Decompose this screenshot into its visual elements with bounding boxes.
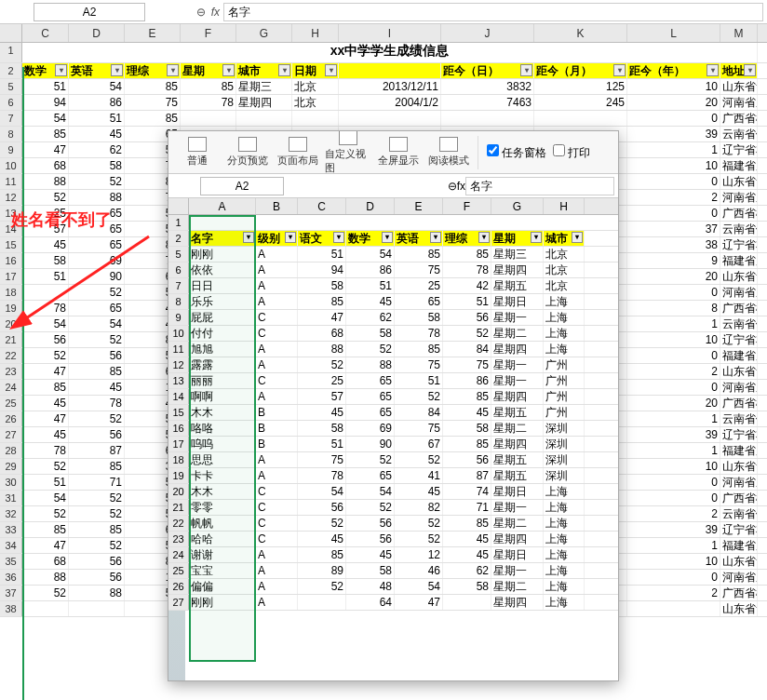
cell[interactable]: 39 [627, 427, 720, 442]
win2-col-header-H[interactable]: H [544, 198, 585, 214]
filter-dropdown-icon[interactable]: ▾ [111, 64, 123, 76]
cell[interactable]: A [256, 357, 298, 372]
cell[interactable]: 65 [346, 389, 395, 404]
row-number[interactable]: 7 [0, 111, 22, 126]
cell[interactable]: 咯咯 [189, 421, 256, 436]
cell[interactable]: B [256, 421, 298, 436]
cell[interactable]: 山东省青岛市 [720, 269, 758, 284]
filter-dropdown-icon[interactable]: ▾ [278, 64, 290, 76]
cell[interactable]: 福建省厦门市 [720, 253, 758, 268]
cell[interactable]: 47 [22, 142, 69, 157]
cell[interactable]: 10 [627, 554, 720, 569]
cell[interactable]: 星期二 [491, 326, 544, 341]
row-number[interactable]: 18 [168, 452, 189, 467]
cell[interactable]: 56 [69, 348, 125, 363]
cell[interactable]: 星期日 [491, 484, 544, 499]
cell[interactable]: 星期一 [491, 357, 544, 372]
filter-dropdown-icon[interactable]: ▾ [531, 232, 542, 243]
filter-header[interactable]: 数学▾ [22, 63, 69, 78]
cell[interactable]: 52 [22, 506, 69, 521]
cell[interactable] [443, 595, 491, 610]
cell[interactable]: 7463 [441, 95, 534, 110]
cell[interactable]: 57 [298, 389, 346, 404]
win2-col-headers[interactable]: ABCDEFGH [168, 198, 618, 215]
cell[interactable]: 0 [627, 206, 720, 221]
col-header-F[interactable]: F [181, 24, 236, 42]
cell[interactable]: 星期日 [491, 547, 544, 562]
filter-dropdown-icon[interactable]: ▾ [744, 64, 756, 76]
cell[interactable]: 85 [22, 380, 69, 395]
win2-filter-header[interactable]: 星期▾ [491, 231, 544, 246]
cell[interactable]: C [256, 516, 298, 531]
cell[interactable]: 47 [395, 595, 443, 610]
cell[interactable]: C [256, 532, 298, 546]
col-headers[interactable]: CDEFGHIJKLM [0, 24, 767, 43]
cell[interactable]: 85 [443, 389, 491, 404]
cell[interactable]: 56 [69, 554, 125, 569]
cell[interactable]: 上海 [544, 516, 585, 531]
cell[interactable]: 52 [69, 411, 125, 426]
cell[interactable]: 54 [395, 579, 443, 594]
cell[interactable]: 94 [298, 262, 346, 277]
row-number[interactable]: 19 [168, 468, 189, 483]
cell[interactable]: C [256, 500, 298, 515]
cell[interactable]: 58 [298, 421, 346, 436]
cell[interactable]: 星期四 [491, 389, 544, 404]
cell[interactable]: A [256, 547, 298, 562]
cell[interactable]: 46 [395, 563, 443, 578]
win2-col-header-B[interactable]: B [256, 198, 298, 214]
cell[interactable]: 0 [627, 285, 720, 300]
cell[interactable]: 深圳 [544, 452, 585, 467]
cell[interactable]: 星期五 [491, 278, 544, 293]
row-number[interactable]: 22 [168, 516, 189, 531]
cell[interactable]: C [256, 373, 298, 388]
cell[interactable]: 云南省保山市 [720, 222, 758, 236]
cell[interactable]: 星期五 [491, 452, 544, 467]
cell[interactable]: 52 [443, 326, 491, 341]
filter-header[interactable]: 日期▾ [292, 63, 339, 78]
cell[interactable]: 0 [627, 475, 720, 490]
cell[interactable]: 84 [395, 405, 443, 420]
row-number[interactable]: 34 [0, 538, 22, 553]
filter-header[interactable]: 星期▾ [181, 63, 236, 78]
cell[interactable]: 上海 [544, 532, 585, 546]
row-number[interactable]: 11 [0, 174, 22, 189]
row-number[interactable]: 22 [0, 348, 22, 363]
row-number[interactable]: 12 [0, 190, 22, 205]
cell[interactable]: 86 [69, 95, 125, 110]
cell[interactable] [181, 111, 236, 126]
row-number[interactable]: 8 [0, 127, 22, 141]
cell[interactable]: 51 [298, 437, 346, 451]
cell[interactable]: 88 [22, 570, 69, 585]
cell[interactable]: 85 [298, 547, 346, 562]
cell[interactable]: A [256, 452, 298, 467]
row-number[interactable]: 10 [0, 158, 22, 173]
cell[interactable]: 星期三 [236, 79, 292, 94]
win2-col-header-A[interactable]: A [189, 198, 256, 214]
cell[interactable]: 86 [443, 373, 491, 388]
view-pagelayout[interactable]: 页面布局 [275, 137, 321, 168]
cell[interactable] [22, 601, 69, 616]
cell[interactable]: 广西省柳州市 [720, 206, 758, 221]
cell[interactable]: 福建省厦门市 [720, 348, 758, 363]
cell[interactable]: 56 [346, 516, 395, 531]
cell[interactable]: 65 [346, 468, 395, 483]
cell[interactable]: 河南省周口市 [720, 285, 758, 300]
row-number[interactable]: 10 [168, 326, 189, 341]
cell[interactable]: 哈哈 [189, 532, 256, 546]
cell[interactable]: 54 [22, 491, 69, 505]
cell[interactable]: 20 [627, 269, 720, 284]
filter-dropdown-icon[interactable]: ▾ [706, 64, 719, 76]
cell[interactable]: 75 [395, 421, 443, 436]
cell[interactable]: 45 [69, 380, 125, 395]
cell[interactable]: 山东省青岛市 [720, 364, 758, 379]
view-normal[interactable]: 普通 [174, 137, 221, 168]
cell[interactable]: 北京 [544, 278, 585, 293]
cell[interactable]: 52 [69, 538, 125, 553]
cell[interactable]: 78 [22, 443, 69, 458]
cell[interactable]: 星期四 [491, 342, 544, 357]
cell[interactable]: 北京 [544, 262, 585, 277]
cell[interactable]: 68 [298, 326, 346, 341]
cell[interactable]: 52 [346, 452, 395, 467]
name-box[interactable]: A2 [34, 3, 145, 21]
